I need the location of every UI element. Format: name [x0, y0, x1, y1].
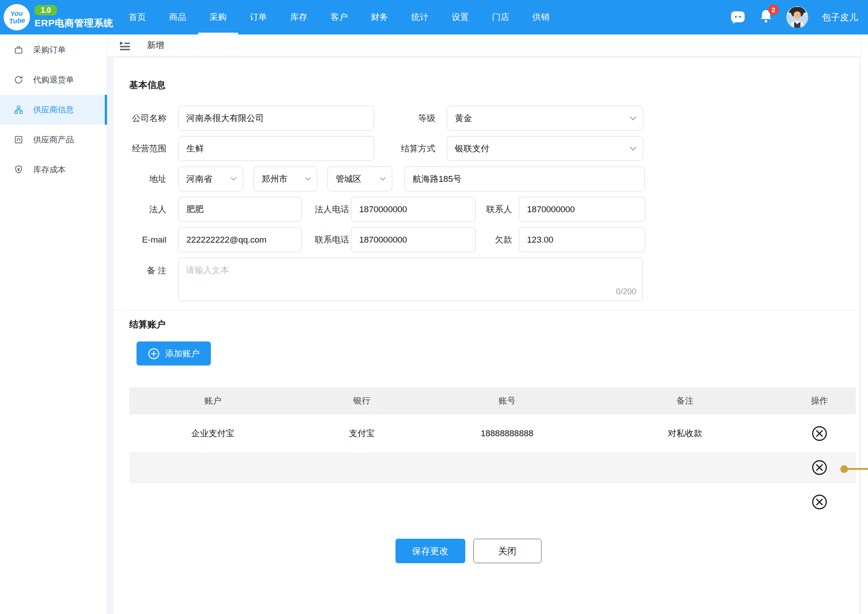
col-header-number: 账号 [427, 387, 587, 414]
col-header-account: 账户 [129, 387, 296, 414]
debt-input[interactable] [519, 227, 645, 252]
sidebar-item-label: 代购退货单 [33, 74, 74, 85]
nav-item-statistics[interactable]: 统计 [411, 0, 429, 34]
legal-person-input[interactable] [178, 197, 302, 222]
col-header-actions: 操作 [783, 387, 856, 414]
legal-person-label: 法人 [129, 204, 166, 215]
main-area: 新增 基本信息 公司名称 等级 黄金 经营 [107, 34, 868, 614]
nav-item-purchase[interactable]: 采购 [210, 0, 227, 34]
page-layout: 采购订单 代购退货单 供应商信息 [0, 34, 868, 614]
nav-item-settings[interactable]: 设置 [452, 0, 469, 34]
province-select[interactable]: 河南省 [178, 166, 243, 191]
contact-person-input[interactable] [519, 197, 645, 222]
province-value: 河南省 [186, 173, 212, 185]
nav-item-supply[interactable]: 供销 [532, 0, 550, 34]
remark-label: 备 注 [129, 265, 166, 277]
district-select[interactable]: 管城区 [327, 166, 392, 191]
street-address-input[interactable] [405, 166, 645, 191]
nav-item-customers[interactable]: 客户 [331, 0, 348, 34]
chevron-down-icon [380, 177, 386, 181]
sidebar-item-supplier-info[interactable]: 供应商信息 [0, 95, 107, 125]
accounts-section: 结算账户 添加账户 账户 银行 账 [113, 311, 859, 590]
cell-bank: 支付宝 [296, 414, 427, 453]
avatar[interactable] [786, 6, 808, 28]
sidebar-item-purchase-returns[interactable]: 代购退货单 [0, 65, 107, 95]
section-title-basic-info: 基本信息 [129, 79, 857, 91]
close-button[interactable]: 关闭 [473, 539, 541, 563]
scrollbar-track[interactable] [860, 34, 868, 614]
legal-phone-label: 法人电话 [302, 204, 349, 215]
section-title-accounts: 结算账户 [129, 318, 857, 331]
company-name-label: 公司名称 [129, 112, 166, 124]
grade-select-value: 黄金 [455, 112, 472, 124]
nav-item-inventory[interactable]: 库存 [290, 0, 307, 34]
business-scope-input[interactable] [178, 136, 374, 161]
cell-account [129, 453, 296, 482]
breadcrumb: 新增 [147, 39, 164, 51]
form-row-address: 地址 河南省 郑州市 管城区 [129, 166, 857, 191]
cell-remark [587, 482, 783, 521]
breadcrumb-bar: 新增 [107, 34, 868, 56]
table-header-row: 账户 银行 账号 备注 操作 [129, 387, 856, 414]
district-value: 管城区 [336, 173, 361, 185]
sidebar-item-purchase-orders[interactable]: 采购订单 [0, 35, 107, 65]
cell-number [427, 453, 587, 482]
delete-row-button[interactable] [811, 425, 828, 442]
app-title: ERP电商管理系统 [34, 17, 113, 29]
chevron-down-icon [305, 177, 311, 181]
save-changes-button[interactable]: 保存更改 [395, 539, 465, 563]
nav-item-orders[interactable]: 订单 [250, 0, 267, 34]
remark-textarea[interactable] [178, 258, 643, 301]
accounts-table: 账户 银行 账号 备注 操作 企业支付宝 支付宝 18888888888 对私收 [129, 387, 856, 521]
nav-item-finance[interactable]: 财务 [371, 0, 388, 34]
app-logo[interactable]: You Tube [3, 3, 31, 31]
circle-plus-icon [148, 348, 160, 360]
sidebar-item-inventory-cost[interactable]: 库存成本 [0, 155, 107, 185]
chevron-down-icon [629, 146, 637, 151]
settlement-method-value: 银联支付 [455, 143, 489, 155]
table-row [129, 453, 856, 482]
nav-item-stores[interactable]: 门店 [492, 0, 509, 34]
sidebar-item-label: 库存成本 [33, 164, 66, 175]
chat-icon[interactable] [730, 10, 746, 24]
contact-phone-input[interactable] [351, 227, 476, 252]
list-indent-icon[interactable] [119, 40, 131, 51]
frame-icon [14, 135, 24, 145]
notifications-bell[interactable]: 2 [759, 9, 773, 26]
email-label: E-mail [129, 235, 166, 245]
email-input[interactable] [178, 227, 302, 252]
form-row-email: E-mail 联系电话 欠款 [129, 227, 857, 252]
sidebar-item-supplier-products[interactable]: 供应商产品 [0, 125, 107, 155]
org-chart-icon [14, 105, 24, 115]
chevron-down-icon [230, 177, 237, 181]
form-footer: 保存更改 关闭 [129, 539, 857, 590]
nav-item-goods[interactable]: 商品 [169, 0, 186, 34]
remark-field: 0/200 [178, 258, 643, 301]
sidebar: 采购订单 代购退货单 供应商信息 [0, 34, 107, 614]
col-header-bank: 银行 [296, 387, 427, 414]
app-logo-line2: Tube [9, 17, 25, 25]
cell-account [129, 482, 296, 521]
topbar: You Tube 1.0 ERP电商管理系统 首页 商品 采购 订单 库存 客户… [0, 0, 868, 34]
cell-remark [587, 453, 783, 482]
legal-phone-input[interactable] [351, 197, 476, 222]
col-header-remark: 备注 [587, 387, 783, 414]
cell-number [427, 482, 587, 521]
sidebar-item-label: 采购订单 [33, 44, 66, 55]
company-name-input[interactable] [178, 106, 374, 131]
settlement-method-label: 结算方式 [374, 143, 435, 155]
add-account-button[interactable]: 添加账户 [137, 341, 211, 365]
form-row-company: 公司名称 等级 黄金 [129, 106, 857, 131]
city-select[interactable]: 郑州市 [254, 166, 317, 191]
contact-person-label: 联系人 [476, 204, 512, 215]
city-value: 郑州市 [262, 173, 288, 185]
cell-remark: 对私收款 [587, 414, 783, 453]
delete-row-button[interactable] [811, 459, 828, 476]
nav-item-home[interactable]: 首页 [129, 0, 146, 34]
grade-select[interactable]: 黄金 [447, 106, 643, 131]
delete-row-button[interactable] [811, 494, 828, 510]
contact-phone-label: 联系电话 [302, 234, 349, 246]
settlement-method-select[interactable]: 银联支付 [447, 136, 643, 161]
char-counter: 0/200 [616, 287, 636, 297]
username[interactable]: 包子皮儿 [822, 11, 858, 24]
